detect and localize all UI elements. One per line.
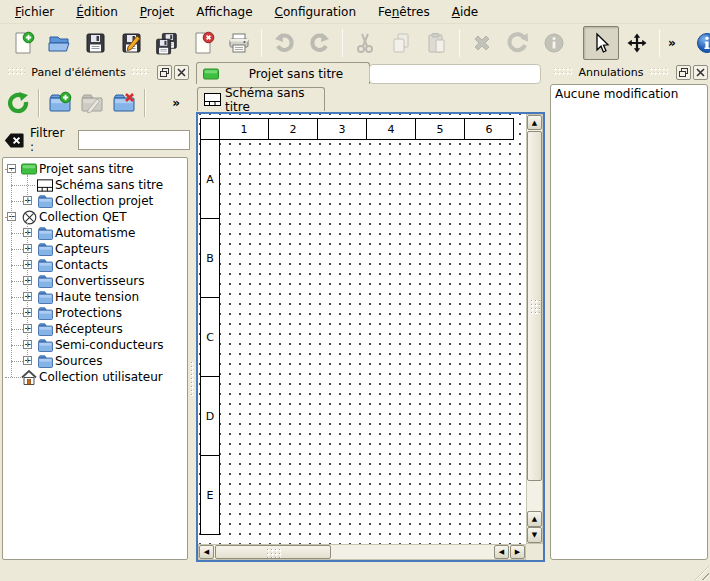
scroll-up-icon[interactable]: ▲ [527,115,542,130]
elements-panel-titlebar: Panel d'éléments [2,62,190,82]
tree-item-label: Semi-conducteurs [55,338,164,352]
save-button[interactable] [77,26,113,60]
elements-panel-title: Panel d'éléments [31,66,125,79]
diagram-canvas[interactable]: 123456ABCDE [198,114,526,544]
tree-item-projet-sans-titre[interactable]: −Projet sans titre [3,161,187,177]
toolbar-separator [261,29,262,57]
scroll-right-icon[interactable]: ▶ [510,545,525,559]
redo-button[interactable] [302,26,338,60]
scroll-left-icon[interactable]: ◀ [199,545,214,559]
project-icon [203,66,219,82]
tree-item-convertisseurs[interactable]: +Convertisseurs [3,273,187,289]
folder-icon [37,241,53,257]
rotate-button[interactable] [500,26,536,60]
new-category-button[interactable] [44,87,76,119]
tab-schema[interactable]: Schéma sans titre [197,87,325,111]
open-document-icon [47,31,71,55]
new-category-icon [48,91,72,115]
grid-row-header: B [200,218,220,298]
undo-history-item[interactable]: Aucune modification [551,85,707,103]
undo-button[interactable] [266,26,302,60]
menu-fenetres[interactable]: Fenêtres [367,2,441,22]
tree-item-haute-tension[interactable]: +Haute tension [3,289,187,305]
tree-item-label: Protections [55,306,122,320]
tree-item-semi-conducteurs[interactable]: +Semi-conducteurs [3,337,187,353]
tabbar-empty-area [369,64,541,84]
float-panel-icon[interactable] [157,65,172,80]
tree-guide-line [27,175,28,201]
paste-button[interactable] [419,26,455,60]
menu-projet[interactable]: Projet [129,2,185,22]
tree-item-recepteurs[interactable]: +Récepteurs [3,321,187,337]
horizontal-scroll-thumb[interactable] [215,545,331,559]
cut-button[interactable] [347,26,383,60]
tree-item-collection-utilisateur[interactable]: Collection utilisateur [3,369,187,385]
menu-edition[interactable]: Édition [65,2,129,22]
toolbar-separator [144,89,146,117]
toolbar-separator [342,29,343,57]
folder-icon [37,193,53,209]
menu-configuration[interactable]: Configuration [264,2,367,22]
menu-bar: FichierÉditionProjetAffichageConfigurati… [0,0,710,24]
object-info-button[interactable] [536,26,572,60]
tree-item-contacts[interactable]: +Contacts [3,257,187,273]
filter-row: Filtrer : [4,128,190,152]
tree-item-collection-qet[interactable]: −Collection QET [3,209,187,225]
scroll-up-icon[interactable]: ▲ [527,511,542,527]
close-panel-icon[interactable] [693,65,708,80]
tab-project[interactable]: Projet sans titre [196,62,370,84]
tree-item-label: Collection QET [39,210,127,224]
filter-input[interactable] [78,130,190,150]
save-all-icon [155,31,179,55]
window-resize-grip[interactable] [695,566,709,580]
float-panel-icon[interactable] [676,65,691,80]
new-document-button[interactable] [5,26,41,60]
print-button[interactable] [221,26,257,60]
delete-category-button[interactable] [108,87,140,119]
save-as-button[interactable] [113,26,149,60]
folder-icon [37,353,53,369]
save-all-button[interactable] [149,26,185,60]
tree-item-automatisme[interactable]: +Automatisme [3,225,187,241]
vertical-scroll-thumb[interactable] [527,131,542,481]
clear-filter-icon[interactable] [4,132,24,149]
reload-collections-button[interactable] [2,87,34,119]
select-mode-button[interactable] [583,26,619,60]
edit-category-button[interactable] [76,87,108,119]
pan-mode-button[interactable] [619,26,655,60]
grid-row-header: A [200,139,220,219]
menu-aide[interactable]: Aide [441,2,490,22]
close-document-button[interactable] [185,26,221,60]
tree-item-protections[interactable]: +Protections [3,305,187,321]
titlebar-texture [8,68,25,76]
tree-item-label: Récepteurs [55,322,123,336]
tree-item-label: Contacts [55,258,108,272]
tree-item-label: Automatisme [55,226,135,240]
toolbar-overflow-button[interactable]: » [664,36,680,50]
scroll-left-icon[interactable]: ◀ [494,545,509,559]
menu-affichage[interactable]: Affichage [185,2,263,22]
close-panel-icon[interactable] [174,65,189,80]
grid-row-header: E [200,455,220,535]
elements-toolbar-overflow-button[interactable]: » [168,96,184,110]
toolbar-separator [659,29,660,57]
menu-fichier[interactable]: Fichier [4,2,65,22]
tree-item-schema-sans-titre[interactable]: Schéma sans titre [3,177,187,193]
tree-item-collection-projet[interactable]: +Collection projet [3,193,187,209]
delete-category-icon [112,91,136,115]
copy-button[interactable] [383,26,419,60]
grid-row-header: C [200,297,220,377]
tree-item-capteurs[interactable]: +Capteurs [3,241,187,257]
delete-button[interactable] [464,26,500,60]
tree-item-sources[interactable]: +Sources [3,353,187,369]
scroll-down-icon[interactable]: ▼ [527,527,542,543]
close-document-icon [191,31,215,55]
tree-item-label: Collection projet [55,194,153,208]
open-document-button[interactable] [41,26,77,60]
grid-column-header: 3 [317,118,367,140]
main-toolbar: » » [0,24,710,62]
new-document-icon [11,31,35,55]
folder-icon [37,257,53,273]
diagram-info-button[interactable] [689,26,710,60]
grid-row-header: D [200,376,220,456]
